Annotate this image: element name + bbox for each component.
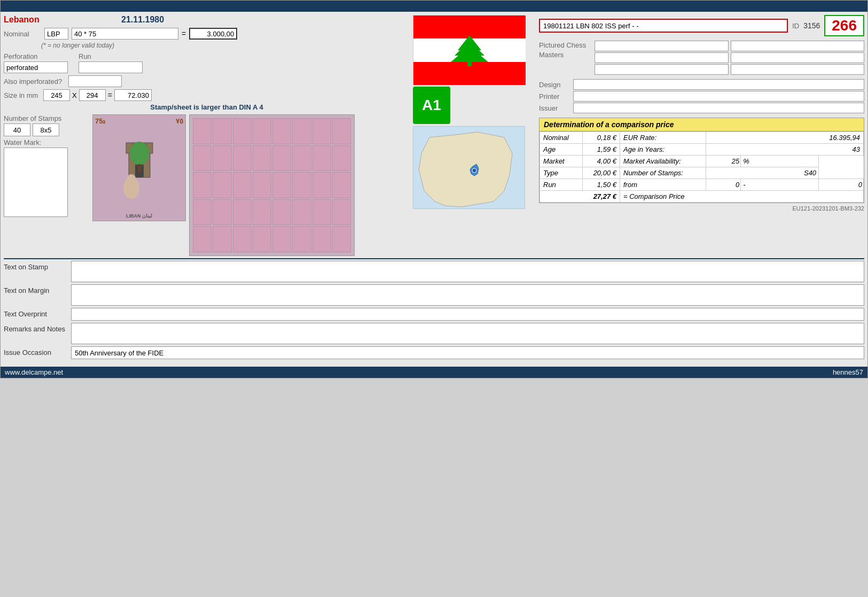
issuer-input[interactable] [573, 103, 864, 113]
chess-input-1[interactable] [595, 41, 729, 51]
comp-type-label: Type [540, 167, 583, 179]
nominal-result-input[interactable] [189, 28, 237, 40]
text-on-margin-input[interactable] [71, 284, 864, 306]
stamp-sheet [189, 114, 355, 256]
chess-input-row-1 [595, 41, 864, 51]
text-on-margin-row: Text on Margin [4, 284, 864, 306]
nominal-value-input[interactable] [72, 28, 178, 40]
header-row: Lebanon 21.11.1980 [4, 15, 410, 25]
run-from-input[interactable] [707, 181, 739, 189]
sheet-stamp [253, 199, 271, 226]
perforation-label: Perforation [4, 52, 68, 60]
sheet-stamp [312, 226, 331, 252]
sheet-stamp [253, 145, 271, 172]
comp-num-stamps-value [706, 167, 819, 179]
chess-input-3[interactable] [595, 52, 729, 63]
size-width-input[interactable] [43, 89, 70, 101]
stamp-image-col: 75₂ ٧٥ [92, 114, 186, 256]
design-input[interactable] [573, 79, 864, 90]
a1-badge: A1 [413, 87, 450, 124]
comp-row-age: Age 1,59 € Age in Years: [540, 144, 864, 156]
eur-rate-input[interactable] [709, 134, 860, 142]
comparison-header: Determination of a comparison price [539, 118, 864, 131]
comp-nominal-label: Nominal [540, 132, 583, 144]
run-to-input[interactable] [830, 181, 862, 189]
watermark-box [4, 148, 68, 217]
chess-input-2[interactable] [731, 41, 865, 51]
text-on-stamp-label: Text on Stamp [4, 261, 68, 271]
sheet-stamp [272, 145, 291, 172]
footer-right: hennes57 [833, 368, 863, 376]
size-equals: = [108, 91, 112, 99]
currency-input[interactable] [44, 28, 68, 40]
sheet-stamp [193, 145, 212, 172]
text-on-stamp-input[interactable] [71, 261, 864, 282]
num-stamps-s40-input[interactable] [708, 169, 816, 177]
also-imperforated-input[interactable] [68, 75, 122, 87]
chess-label: Pictured ChessMasters [539, 41, 592, 60]
svg-point-20 [472, 168, 476, 173]
sheet-stamp [292, 118, 311, 144]
run-input[interactable] [79, 61, 143, 73]
score-box: 266 [824, 15, 864, 36]
comp-row-type: Type 20,00 € Number of Stamps: [540, 167, 864, 179]
comp-dash: - [741, 179, 819, 191]
comp-market-label: Market [540, 156, 583, 167]
bottom-fields: Text on Stamp Text on Margin Text Overpr… [4, 261, 864, 359]
size-result-input[interactable] [114, 89, 152, 101]
sheet-stamp [272, 226, 291, 252]
comp-eur-value [706, 132, 864, 144]
comp-run-label: Run [540, 179, 583, 191]
chess-input-5[interactable] [595, 64, 729, 75]
sheet-stamp [233, 118, 252, 144]
sheet-stamp [253, 172, 271, 198]
printer-input[interactable] [573, 91, 864, 102]
stamp-value-left: 75₂ [95, 117, 105, 125]
stamp-image: 75₂ ٧٥ [92, 114, 186, 221]
footer-left: www.delcampe.net [5, 368, 63, 376]
text-on-stamp-row: Text on Stamp [4, 261, 864, 282]
design-row: Design [539, 79, 864, 90]
comparison-section: Determination of a comparison price Nomi… [539, 118, 864, 203]
comp-from-value [706, 179, 741, 191]
id-value: 3156 [803, 21, 820, 30]
design-label: Design [539, 81, 571, 89]
sheet-stamp [233, 199, 252, 226]
comp-row-run: Run 1,50 € from - [540, 179, 864, 191]
stamp-value-right: ٧٥ [176, 117, 183, 125]
footer: www.delcampe.net hennes57 [1, 367, 867, 378]
comp-market-avail-value [706, 156, 741, 167]
text-overprint-input[interactable] [71, 308, 864, 321]
sheet-stamp [193, 118, 212, 144]
perforation-col: Perforation [4, 52, 68, 73]
equals-sign: = [182, 29, 186, 38]
stamp-top-labels: 75₂ ٧٥ [95, 117, 183, 125]
stamp-tower-svg [105, 135, 174, 204]
stamps-watermark-col: Number of Stamps 40 8x5 Water Mark: [4, 114, 89, 256]
stamp-count-1: 40 [4, 123, 30, 136]
stamp-larger-note: Stamp/sheet is larger than DIN A 4 [4, 103, 410, 111]
sheet-stamp [292, 172, 311, 198]
main-container: Lebanon 21.11.1980 Nominal = (* = no lon… [0, 0, 868, 378]
perforation-input[interactable] [4, 61, 68, 73]
nominal-row: Nominal = [4, 28, 410, 40]
id-label: ID [792, 22, 799, 30]
content-area: Lebanon 21.11.1980 Nominal = (* = no lon… [1, 12, 867, 365]
text-overprint-label: Text Overprint [4, 308, 68, 318]
issuer-row: Issuer [539, 103, 864, 113]
map-container [413, 126, 525, 209]
market-avail-input[interactable] [707, 157, 739, 165]
chess-input-4[interactable] [731, 52, 865, 63]
svg-marker-18 [419, 132, 512, 207]
sheet-stamp [213, 199, 231, 226]
remarks-input[interactable] [71, 323, 864, 344]
comp-type-value: 20,00 € [583, 167, 620, 179]
age-years-input[interactable] [709, 145, 860, 153]
catalog-ref-input[interactable] [539, 19, 788, 33]
stamps-count-row: 40 8x5 [4, 123, 89, 136]
flag-container [413, 15, 525, 84]
size-height-input[interactable] [79, 89, 106, 101]
chess-input-6[interactable] [731, 64, 865, 75]
issue-occasion-input[interactable] [71, 346, 864, 359]
sheet-stamp [193, 226, 212, 252]
